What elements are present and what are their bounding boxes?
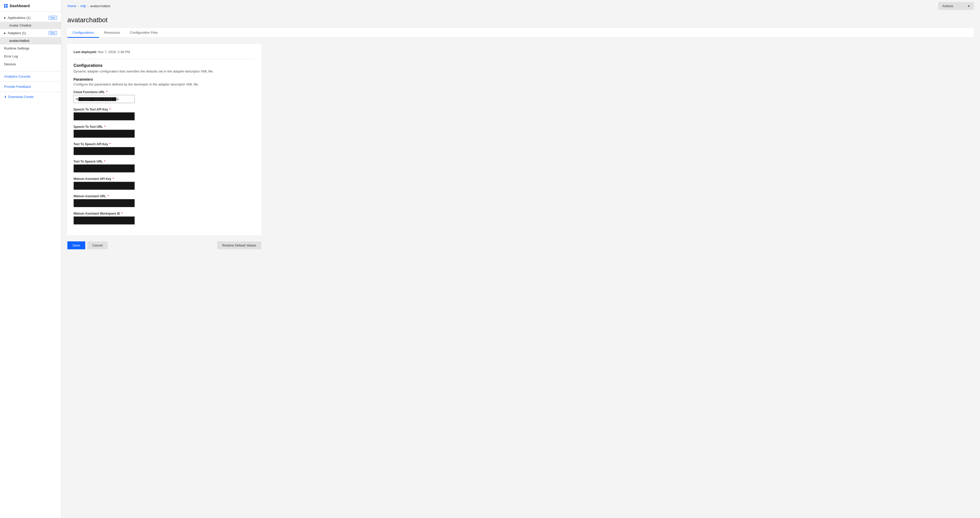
- buttons-row: Save Cancel Restore Default Values: [67, 242, 261, 249]
- error-log-label: Error Log: [4, 54, 18, 58]
- form-field-3: Text To Speech API Key *: [73, 142, 255, 155]
- form-field-2: Speech To Text URL *: [73, 125, 255, 138]
- sidebar-item-analytics-console[interactable]: Analytics Console: [0, 73, 61, 80]
- tab-configuration-files[interactable]: Configuration Files: [125, 28, 163, 38]
- page-title: avatarchatbot: [67, 16, 974, 24]
- sidebar-applications-section: ▶ Applications (1) New Avatar Chatbot ▶ …: [0, 12, 61, 70]
- form-label-6: Watson Assistant URL *: [73, 194, 255, 198]
- form-field-6: Watson Assistant URL *: [73, 194, 255, 207]
- chevron-down-icon: ▾: [968, 4, 970, 8]
- form-input-7[interactable]: [73, 216, 135, 224]
- required-star-4: *: [103, 160, 105, 163]
- breadcrumb-current: avatarchatbot: [90, 4, 110, 8]
- restore-defaults-button[interactable]: Restore Default Values: [217, 242, 261, 249]
- topbar: Home › mfp › avatarchatbot Actions ▾: [61, 0, 980, 12]
- form-label-0: Cloud Functions URL *: [73, 91, 255, 94]
- form-label-7: Watson Assistant Workspace ID *: [73, 212, 255, 215]
- tab-resources[interactable]: Resources: [99, 28, 125, 38]
- actions-label: Actions: [942, 4, 953, 8]
- required-star-3: *: [108, 142, 110, 146]
- sidebar-item-avatarchatbot[interactable]: avatarchatbot: [0, 37, 61, 44]
- applications-label: Applications (1): [8, 16, 30, 20]
- save-button[interactable]: Save: [67, 242, 85, 249]
- breadcrumb-mfp[interactable]: mfp: [80, 4, 86, 8]
- download-center-label: Download Center: [8, 95, 34, 99]
- form-input-2[interactable]: [73, 130, 135, 138]
- required-star-6: *: [107, 194, 109, 198]
- sidebar-item-download-center[interactable]: ⬇ Download Center: [0, 93, 61, 101]
- form-input-0[interactable]: [73, 95, 135, 103]
- required-star-7: *: [121, 212, 123, 215]
- tab-configurations[interactable]: Configurations: [67, 28, 99, 38]
- breadcrumb-sep-1: ›: [78, 4, 79, 8]
- required-star-2: *: [103, 125, 105, 129]
- adapters-new-badge: New: [49, 31, 57, 35]
- sidebar: Dashboard ▶ Applications (1) New Avatar …: [0, 0, 61, 518]
- cancel-button[interactable]: Cancel: [87, 242, 108, 249]
- avatarchatbot-label: avatarchatbot: [9, 39, 29, 43]
- devices-label: Devices: [4, 62, 16, 66]
- last-deployed-value: Nov 7, 2019, 2:38 PM: [98, 50, 130, 54]
- sidebar-dashboard-label: Dashboard: [10, 3, 30, 8]
- form-label-3: Text To Speech API Key *: [73, 142, 255, 146]
- form-label-4: Text To Speech URL *: [73, 160, 255, 163]
- analytics-console-label: Analytics Console: [4, 75, 30, 78]
- last-deployed-label: Last deployed:: [73, 50, 97, 54]
- form-input-4[interactable]: [73, 164, 135, 173]
- parameters-section-title: Parameters: [73, 77, 255, 81]
- form-input-3[interactable]: [73, 147, 135, 155]
- form-label-1: Speech To Text API Key *: [73, 108, 255, 111]
- parameters-section-desc: Configure the parameters defined by the …: [73, 83, 255, 86]
- content-area: avatarchatbot Configurations Resources C…: [61, 12, 980, 518]
- tabs-bar: Configurations Resources Configuration F…: [67, 28, 974, 38]
- breadcrumb-sep-2: ›: [88, 4, 89, 8]
- sidebar-item-applications[interactable]: ▶ Applications (1) New: [0, 14, 61, 22]
- sidebar-item-provide-feedback[interactable]: Provide Feedback: [0, 83, 61, 91]
- sidebar-divider-3: [0, 92, 61, 92]
- configurations-section-title: Configurations: [73, 63, 255, 68]
- sidebar-divider-1: [0, 71, 61, 72]
- breadcrumb: Home › mfp › avatarchatbot: [67, 4, 110, 8]
- avatar-chatbot-label: Avatar Chatbot: [9, 24, 31, 27]
- form-field-1: Speech To Text API Key *: [73, 108, 255, 121]
- sidebar-divider-2: [0, 81, 61, 82]
- form-input-1[interactable]: [73, 112, 135, 121]
- form-fields: Cloud Functions URL *Speech To Text API …: [73, 91, 255, 224]
- main-content: Home › mfp › avatarchatbot Actions ▾ ava…: [61, 0, 980, 518]
- dashboard-icon: [4, 4, 8, 8]
- form-label-2: Speech To Text URL *: [73, 125, 255, 129]
- form-field-0: Cloud Functions URL *: [73, 91, 255, 103]
- required-star-1: *: [108, 108, 110, 111]
- form-field-7: Watson Assistant Workspace ID *: [73, 212, 255, 224]
- content-card: Last deployed: Nov 7, 2019, 2:38 PM Conf…: [67, 44, 261, 235]
- sidebar-item-runtime-settings[interactable]: Runtime Settings: [0, 44, 61, 52]
- required-star-0: *: [105, 91, 107, 94]
- runtime-settings-label: Runtime Settings: [4, 46, 29, 50]
- configurations-section-desc: Dynamic adapter configuration that overr…: [73, 69, 255, 73]
- form-input-5[interactable]: [73, 182, 135, 190]
- sidebar-item-adapters[interactable]: ▶ Adapters (1) New: [0, 29, 61, 37]
- required-star-5: *: [112, 177, 114, 181]
- sidebar-header[interactable]: Dashboard: [0, 0, 61, 12]
- form-input-6[interactable]: [73, 199, 135, 207]
- last-deployed: Last deployed: Nov 7, 2019, 2:38 PM: [73, 50, 255, 54]
- form-field-5: Watson Assistant API Key *: [73, 177, 255, 190]
- breadcrumb-home[interactable]: Home: [67, 4, 76, 8]
- sidebar-item-avatar-chatbot[interactable]: Avatar Chatbot: [0, 22, 61, 29]
- applications-new-badge: New: [49, 16, 57, 20]
- form-field-4: Text To Speech URL *: [73, 160, 255, 173]
- provide-feedback-label: Provide Feedback: [4, 85, 31, 89]
- adapters-label: Adapters (1): [8, 31, 26, 35]
- form-label-5: Watson Assistant API Key *: [73, 177, 255, 181]
- divider-1: [73, 59, 255, 59]
- download-icon: ⬇: [4, 95, 6, 99]
- buttons-left: Save Cancel: [67, 242, 108, 249]
- chevron-right-icon-2: ▶: [4, 32, 6, 35]
- sidebar-item-error-log[interactable]: Error Log: [0, 52, 61, 60]
- chevron-right-icon: ▶: [4, 16, 6, 19]
- sidebar-item-devices[interactable]: Devices: [0, 60, 61, 68]
- actions-dropdown[interactable]: Actions ▾: [938, 2, 974, 10]
